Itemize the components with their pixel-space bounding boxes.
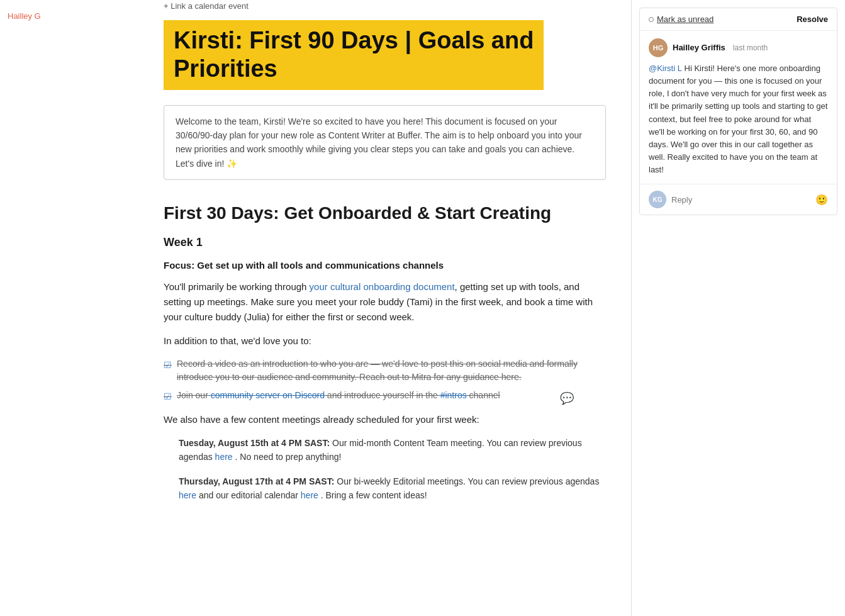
author-name: Hailley Griffis [673,42,725,54]
meeting-2-text: Our bi-weekly Editorial meetings. You ca… [337,476,599,486]
section1-heading: First 30 Days: Get Onboarded & Start Cre… [164,200,606,227]
mark-unread-label: Mark as unread [657,14,713,24]
comment-text: @Kirsti L Hi Kirsti! Here's one more onb… [649,62,828,176]
avatar: HG [649,38,668,57]
meeting-1-end: . No need to prep anything! [235,452,342,462]
intro-box: Welcome to the team, Kirsti! We're so ex… [164,105,606,181]
meeting-2: Thursday, August 17th at 4 PM SAST: Our … [179,474,606,503]
body-text-2: In addition to that, we'd love you to: [164,333,606,349]
check-icon-2: ☑ [164,390,172,403]
sidebar-user[interactable]: Hailley G [8,10,131,23]
resolve-button[interactable]: Resolve [797,14,828,24]
unread-dot-icon [649,17,654,22]
mention: @Kirsti L [649,64,682,73]
doc-title: Kirsti: First 90 Days | Goals and Priori… [174,26,534,84]
author-row: HG Hailley Griffis last month [649,38,828,57]
checklist-item-1: ☑ Record a video as an introduction to w… [164,357,606,384]
meeting-2-mid: and our editorial calendar [199,490,301,500]
calendar-link[interactable]: + Link a calendar event [164,0,606,13]
reply-area: KG 🙂 [640,184,837,215]
meeting-2-link1[interactable]: here [179,490,196,500]
check-icon-1: ☑ [164,359,172,372]
focus-heading: Focus: Get set up with all tools and com… [164,259,606,273]
reply-input[interactable] [671,195,810,204]
intro-text: Welcome to the team, Kirsti! We're so ex… [176,116,582,169]
comment-body: HG Hailley Griffis last month @Kirsti L … [640,31,837,184]
reply-avatar: KG [649,191,666,208]
meeting-2-end: . Bring a few content ideas! [321,490,427,500]
meeting-1-link[interactable]: here [215,452,233,462]
discord-link[interactable]: community server on Discord [211,390,325,400]
emoji-button[interactable]: 🙂 [815,194,828,206]
body-text-1: You'll primarily be working through your… [164,279,606,325]
checklist-item-2: ☑ Join our community server on Discord a… [164,389,606,403]
meetings-intro: We also have a few content meetings alre… [164,412,606,427]
intros-link[interactable]: #intros [440,390,467,400]
checklist-item-1-text: Record a video as an introduction to who… [177,357,606,384]
comment-time: last month [733,42,768,53]
checklist: ☑ Record a video as an introduction to w… [164,357,606,403]
comment-panel: Mark as unread Resolve HG Hailley Griffi… [631,0,845,616]
week1-heading: Week 1 [164,234,606,251]
mark-unread-button[interactable]: Mark as unread [649,14,713,24]
meeting-1-label: Tuesday, August 15th at 4 PM SAST: [179,438,330,448]
comment-body-text: Hi Kirsti! Here's one more onboarding do… [649,64,827,174]
thread-header: Mark as unread Resolve [640,8,837,31]
meeting-2-link2[interactable]: here [301,490,318,500]
checklist-item-2-text: Join our community server on Discord and… [177,389,500,402]
inline-comment-indicator[interactable]: 💬 [560,390,574,407]
meeting-1: Tuesday, August 15th at 4 PM SAST: Our m… [179,436,606,464]
comment-thread: Mark as unread Resolve HG Hailley Griffi… [639,8,837,215]
cultural-onboarding-link[interactable]: your cultural onboarding document [310,281,455,292]
meeting-2-label: Thursday, August 17th at 4 PM SAST: [179,476,334,486]
doc-title-block: Kirsti: First 90 Days | Goals and Priori… [164,20,544,90]
